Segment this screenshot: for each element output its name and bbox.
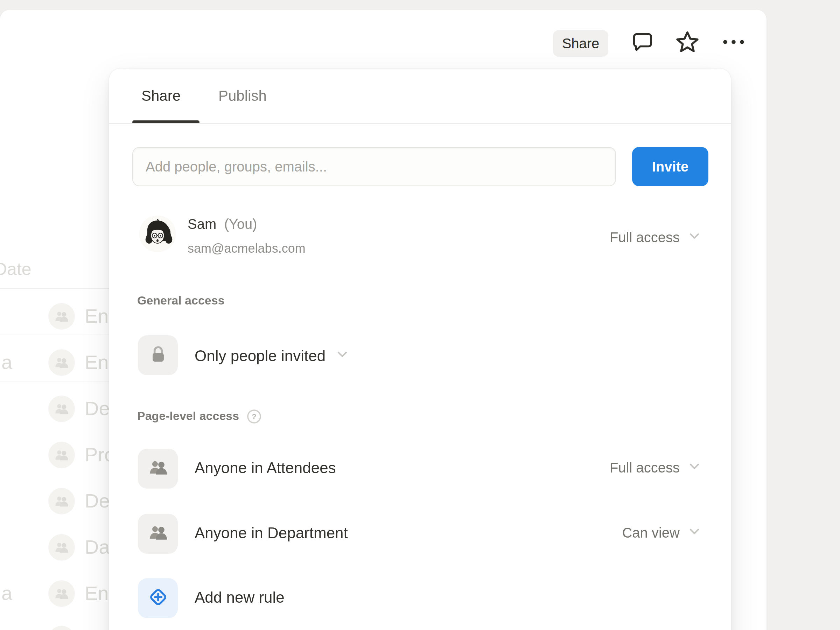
rule-attendees-icon-box bbox=[138, 449, 178, 489]
avatar bbox=[139, 216, 176, 252]
background-cell-fragment: a bbox=[2, 351, 12, 374]
help-icon[interactable]: ? bbox=[246, 409, 261, 424]
tab-share[interactable]: Share bbox=[141, 87, 181, 104]
page-level-access-heading-text: Page-level access bbox=[137, 409, 239, 423]
general-access-value: Only people invited bbox=[194, 347, 325, 365]
background-column-header: Date bbox=[0, 259, 32, 279]
svg-text:?: ? bbox=[251, 412, 256, 421]
rule-department-access-dropdown[interactable]: Can view bbox=[622, 523, 703, 543]
star-icon bbox=[675, 29, 700, 57]
comment-bubble-icon bbox=[631, 30, 655, 57]
invite-button[interactable]: Invite bbox=[632, 147, 708, 186]
group-avatar-icon bbox=[48, 395, 75, 422]
owner-name: Sam (You) bbox=[188, 216, 257, 232]
group-avatar-icon bbox=[48, 626, 75, 630]
rule-attendees-access-label: Full access bbox=[610, 459, 680, 476]
people-group-icon bbox=[147, 521, 169, 546]
share-dialog: Share Publish Invite bbox=[109, 69, 731, 630]
chevron-down-icon bbox=[686, 523, 703, 543]
owner-access-label: Full access bbox=[610, 229, 680, 245]
people-group-icon bbox=[147, 456, 169, 481]
general-access-icon-box[interactable] bbox=[138, 335, 178, 375]
diamond-plus-icon bbox=[146, 585, 170, 611]
page-level-access-heading: Page-level access ? bbox=[137, 409, 261, 424]
share-button[interactable]: Share bbox=[553, 30, 608, 57]
rule-attendees-access-dropdown[interactable]: Full access bbox=[610, 458, 703, 477]
group-avatar-icon bbox=[48, 349, 75, 376]
tab-publish[interactable]: Publish bbox=[218, 87, 267, 104]
owner-access-dropdown[interactable]: Full access bbox=[610, 227, 703, 247]
app-window: Date Eng a Eng Des Pro bbox=[0, 10, 766, 630]
group-avatar-icon bbox=[48, 442, 75, 468]
share-button-label: Share bbox=[562, 35, 600, 51]
tabs-divider bbox=[109, 123, 731, 124]
group-avatar-icon bbox=[48, 534, 75, 561]
lock-icon bbox=[147, 343, 168, 367]
rule-attendees-label: Anyone in Attendees bbox=[194, 459, 336, 477]
ellipsis-icon bbox=[721, 33, 746, 53]
screenshot-viewport: Date Eng a Eng Des Pro bbox=[0, 0, 840, 630]
group-avatar-icon bbox=[48, 580, 75, 607]
rule-department-icon-box bbox=[138, 514, 178, 554]
chevron-down-icon bbox=[334, 346, 351, 367]
comments-button[interactable] bbox=[629, 30, 656, 57]
group-avatar-icon bbox=[48, 303, 75, 330]
rule-department-label: Anyone in Department bbox=[194, 524, 348, 543]
add-new-rule-button[interactable]: Add new rule bbox=[194, 589, 284, 607]
favorite-button[interactable] bbox=[673, 29, 701, 57]
general-access-dropdown[interactable]: Only people invited bbox=[194, 346, 351, 367]
add-rule-icon-box[interactable] bbox=[138, 578, 178, 618]
rule-department-access-label: Can view bbox=[622, 525, 680, 541]
owner-you-suffix: (You) bbox=[220, 216, 257, 232]
group-avatar-icon bbox=[48, 488, 75, 515]
background-cell-fragment: a bbox=[2, 583, 12, 605]
add-people-input[interactable] bbox=[132, 147, 616, 186]
owner-name-text: Sam bbox=[188, 216, 216, 232]
general-access-heading: General access bbox=[137, 294, 225, 308]
owner-email: sam@acmelabs.com bbox=[188, 242, 306, 256]
chevron-down-icon bbox=[686, 458, 703, 477]
chevron-down-icon bbox=[686, 227, 703, 247]
more-options-button[interactable] bbox=[720, 33, 748, 54]
